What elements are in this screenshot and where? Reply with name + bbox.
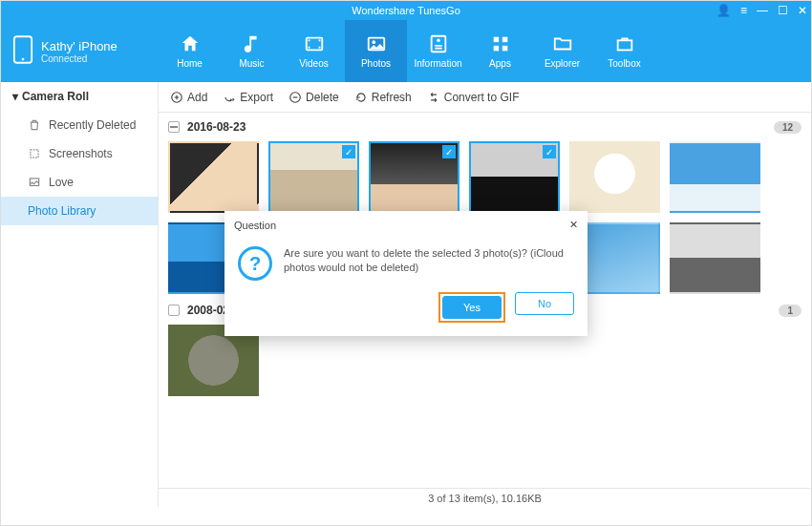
photo-thumb[interactable] [670,141,760,213]
sidebar-item-recently-deleted[interactable]: Recently Deleted [1,111,158,139]
svg-rect-5 [318,39,320,41]
group-date: 2016-08-23 [187,120,246,134]
app-title: Wondershare TunesGo [352,5,460,16]
svg-point-8 [372,40,375,44]
phone-icon [12,35,33,68]
group-checkbox[interactable] [168,305,180,316]
photo-thumb[interactable] [569,141,660,213]
check-icon [442,145,456,158]
nav-bar: Kathy' iPhone Connected Home Music Video… [1,20,811,82]
user-icon[interactable]: 👤 [716,4,731,17]
check-icon [543,145,556,158]
tab-music[interactable]: Music [221,20,283,82]
dialog-header: Question ✕ [224,211,588,239]
device-status: Connected [41,53,118,64]
svg-rect-3 [308,39,310,41]
svg-rect-11 [493,37,499,43]
screenshot-icon [28,147,41,160]
tab-information[interactable]: Information [407,20,469,82]
window-controls: 👤 ≡ — ☐ ✕ [716,1,807,20]
tab-explorer[interactable]: Explorer [531,20,593,82]
export-button[interactable]: Export [223,91,273,104]
photo-thumb[interactable] [670,222,760,294]
close-icon[interactable]: ✕ [798,4,807,17]
no-button[interactable]: No [515,292,574,315]
group-header[interactable]: 2016-08-23 12 [168,120,801,134]
svg-rect-9 [431,36,445,53]
tab-photos[interactable]: Photos [345,20,407,82]
photo-thumb[interactable] [369,141,459,213]
minimize-icon[interactable]: — [757,4,768,17]
chevron-down-icon: ▾ [12,90,18,103]
tab-videos[interactable]: Videos [283,20,345,82]
confirm-dialog: Question ✕ ? Are sure you want to delete… [224,211,588,336]
group-count: 12 [774,121,801,134]
toolbar: Add Export Delete Refresh Convert to GIF [159,82,811,113]
device-panel[interactable]: Kathy' iPhone Connected [1,20,159,82]
photo-thumb[interactable] [168,141,259,213]
svg-rect-14 [502,46,507,52]
sidebar-item-love[interactable]: Love [1,168,158,197]
question-icon: ? [238,246,272,281]
maximize-icon[interactable]: ☐ [778,4,788,17]
photo-thumb[interactable] [268,141,359,213]
sidebar-item-photo-library[interactable]: Photo Library [1,197,158,225]
sidebar: ▾ Camera Roll Recently Deleted Screensho… [1,82,159,507]
dialog-close-icon[interactable]: ✕ [569,219,578,231]
svg-rect-13 [493,46,499,52]
svg-point-1 [22,57,25,60]
group-checkbox[interactable] [168,121,180,133]
svg-rect-15 [617,40,631,50]
yes-button[interactable]: Yes [442,296,502,319]
status-bar: 3 of 13 item(s), 10.16KB [159,488,811,507]
add-button[interactable]: Add [170,91,207,104]
menu-icon[interactable]: ≡ [740,4,747,17]
svg-rect-4 [308,47,310,49]
svg-rect-6 [318,47,320,49]
dialog-body: ? Are sure you want to delete the select… [224,239,588,286]
refresh-button[interactable]: Refresh [354,91,412,104]
dialog-message: Are sure you want to delete the selected… [284,246,574,276]
tab-home[interactable]: Home [159,20,221,82]
tab-apps[interactable]: Apps [469,20,531,82]
dialog-actions: Yes No [224,286,588,336]
tab-toolbox[interactable]: Toolbox [593,20,655,82]
dialog-title: Question [234,220,276,231]
nav-tabs: Home Music Videos Photos Information App… [159,20,811,82]
convert-gif-button[interactable]: Convert to GIF [427,91,520,104]
group-count: 1 [779,305,801,317]
device-name: Kathy' iPhone [41,39,118,53]
image-icon [28,176,41,189]
status-text: 3 of 13 item(s), 10.16KB [428,493,542,504]
svg-point-10 [437,39,440,43]
svg-rect-16 [31,150,38,158]
title-bar: Wondershare TunesGo 👤 ≡ — ☐ ✕ [1,1,811,20]
photo-thumb[interactable] [469,141,560,213]
sidebar-item-screenshots[interactable]: Screenshots [1,139,158,168]
trash-icon [28,118,41,132]
svg-rect-12 [502,37,507,43]
check-icon [342,145,355,158]
sidebar-header[interactable]: ▾ Camera Roll [1,82,158,111]
delete-button[interactable]: Delete [288,91,339,104]
highlight-box: Yes [438,292,505,323]
